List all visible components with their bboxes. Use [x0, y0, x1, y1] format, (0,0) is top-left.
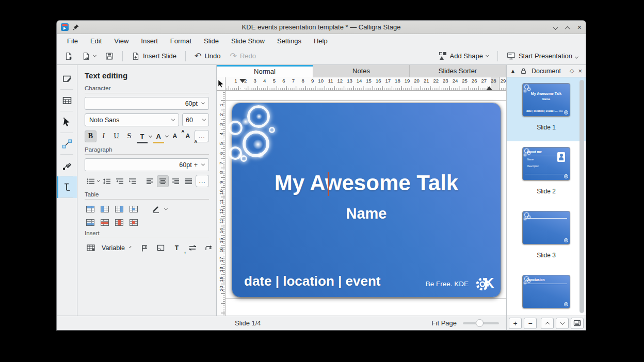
slide-thumbnail-item-3[interactable]: K Slide 3	[507, 205, 586, 269]
slide-tagline-text[interactable]: Be Free. KDE	[426, 280, 469, 288]
chevron-down-icon[interactable]	[165, 134, 169, 137]
slide-thumbnail-item-4[interactable]: Conclusion K Slide 4	[507, 269, 586, 316]
zoom-slider[interactable]	[463, 322, 499, 324]
insert-slide-button[interactable]: Insert Slide	[128, 50, 180, 62]
right-indent-marker[interactable]	[486, 86, 492, 90]
titlebar[interactable]: KDE events presentation template * — Cal…	[57, 21, 586, 34]
menu-item[interactable]: Settings	[277, 37, 301, 45]
menu-item[interactable]: View	[114, 37, 128, 45]
slide-thumbnail-item-1[interactable]: My Awesome Talk Name date | location | e…	[507, 77, 586, 141]
start-presentation-button[interactable]: Start Presentation	[503, 50, 582, 62]
move-slide-up-button[interactable]	[541, 318, 554, 329]
slide-title-text[interactable]: My Awesome Talk	[232, 171, 501, 195]
strikethrough-button[interactable]: S	[123, 130, 135, 142]
insert-row-below-button[interactable]	[86, 219, 94, 226]
scrollbar[interactable]	[579, 80, 584, 313]
decrease-indent-button[interactable]	[114, 175, 125, 187]
zoom-slider-handle[interactable]	[476, 319, 484, 327]
close-button[interactable]: ×	[577, 24, 582, 31]
zoom-mode-label[interactable]: Fit Page	[432, 319, 457, 327]
text-color-button[interactable]: T	[136, 130, 148, 142]
italic-button[interactable]: I	[98, 130, 109, 142]
text-frame-button[interactable]	[155, 242, 167, 254]
border-pen-button[interactable]	[150, 203, 162, 215]
chevron-down-icon[interactable]	[149, 134, 152, 137]
line-spacing-button[interactable]	[101, 175, 112, 187]
menu-item[interactable]: Slide	[204, 37, 219, 45]
underline-button[interactable]: U	[110, 130, 122, 142]
menu-item[interactable]: File	[67, 37, 78, 45]
lock-icon[interactable]	[520, 67, 527, 75]
new-document-button[interactable]	[61, 50, 76, 62]
paragraph-more-button[interactable]: ...	[196, 175, 209, 187]
chevron-down-icon	[486, 54, 489, 57]
slide-properties-button[interactable]	[571, 318, 584, 329]
tool-selection[interactable]	[57, 111, 77, 133]
menu-item[interactable]: Edit	[90, 37, 102, 45]
chevron-down-icon[interactable]	[97, 178, 101, 182]
open-document-button[interactable]	[78, 50, 100, 62]
share-button[interactable]	[203, 242, 215, 254]
slide-subtitle-text[interactable]: Name	[232, 205, 501, 222]
list-style-button[interactable]	[85, 175, 96, 187]
chevron-down-icon[interactable]	[129, 246, 131, 248]
toolbar-separator	[122, 51, 123, 61]
chevron-down-icon[interactable]	[164, 207, 168, 210]
insert-row-above-button[interactable]	[86, 206, 94, 212]
insert-column-right-button[interactable]	[115, 206, 123, 212]
left-indent-marker[interactable]	[239, 86, 246, 90]
float-panel-icon[interactable]: ◇	[570, 68, 574, 74]
insert-table-button[interactable]	[85, 242, 96, 254]
variable-dropdown[interactable]: Variable	[102, 244, 125, 252]
tab-notes[interactable]: Notes	[313, 65, 410, 77]
tool-path-edit[interactable]	[57, 155, 77, 176]
text-tool-icon	[62, 182, 72, 192]
character-style-combo[interactable]: 60pt	[85, 97, 209, 110]
save-button[interactable]	[102, 50, 117, 62]
tab-normal[interactable]: Normal	[217, 65, 313, 77]
delete-cell-button[interactable]	[130, 219, 138, 226]
paragraph-style-combo[interactable]: 60pt +	[85, 158, 209, 171]
swap-button[interactable]	[187, 242, 199, 254]
align-left-button[interactable]	[144, 175, 156, 187]
align-right-button[interactable]	[170, 175, 182, 187]
tool-annotate-shape[interactable]	[57, 68, 77, 90]
page-workspace[interactable]: My Awesome Talk Name date | location | e…	[226, 91, 506, 316]
undo-button[interactable]: ↶ Undo	[191, 50, 224, 62]
bookmark-button[interactable]	[139, 242, 151, 254]
subscript-button[interactable]: AA	[182, 130, 194, 142]
move-slide-down-button[interactable]	[556, 318, 569, 329]
bold-button[interactable]: B	[85, 130, 96, 142]
maximize-button[interactable]	[566, 23, 569, 32]
tool-text[interactable]	[57, 176, 77, 198]
slide-thumbnail-item-2[interactable]: About me Name Description K Slide 2	[507, 141, 586, 205]
highlight-color-button[interactable]: A	[153, 130, 165, 142]
increase-indent-button[interactable]	[126, 175, 138, 187]
insert-column-left-button[interactable]	[101, 206, 109, 212]
delete-column-button[interactable]	[115, 219, 123, 226]
delete-row-button[interactable]	[101, 219, 109, 226]
collapse-icon[interactable]: ▲	[510, 69, 516, 74]
roll-down-button[interactable]	[554, 23, 557, 32]
menu-item[interactable]: Slide Show	[231, 37, 265, 45]
menu-item[interactable]: Help	[314, 37, 328, 45]
add-shape-button[interactable]: Add Shape	[436, 50, 492, 62]
superscript-button[interactable]: AA	[169, 130, 181, 142]
menu-item[interactable]: Format	[170, 37, 191, 45]
font-size-combo[interactable]: 60	[182, 113, 209, 126]
slide-footer-text[interactable]: date | location | event	[244, 273, 381, 289]
close-panel-icon[interactable]: ×	[578, 68, 582, 74]
tool-slide-layout[interactable]	[57, 90, 77, 111]
remove-slide-button[interactable]: −	[524, 318, 537, 329]
tab-slides-sorter[interactable]: Slides Sorter	[410, 65, 506, 77]
font-family-combo[interactable]: Noto Sans	[85, 113, 179, 126]
insert-text-button[interactable]: T+	[171, 242, 183, 254]
menu-item[interactable]: Insert	[141, 37, 158, 45]
align-justify-button[interactable]	[183, 175, 195, 187]
slide-1-canvas[interactable]: My Awesome Talk Name date | location | e…	[232, 103, 501, 297]
tool-connector[interactable]	[57, 133, 77, 155]
redo-button[interactable]: ↷ Redo	[227, 50, 260, 62]
add-slide-button[interactable]: +	[509, 318, 522, 329]
align-center-button[interactable]	[157, 175, 169, 187]
split-cells-button[interactable]	[130, 206, 138, 212]
